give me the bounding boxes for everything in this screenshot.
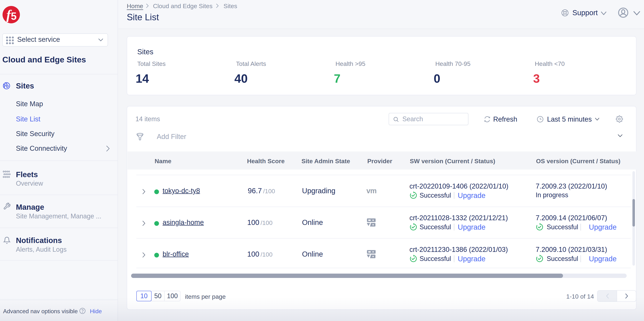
svg-text:5: 5 — [11, 10, 17, 22]
